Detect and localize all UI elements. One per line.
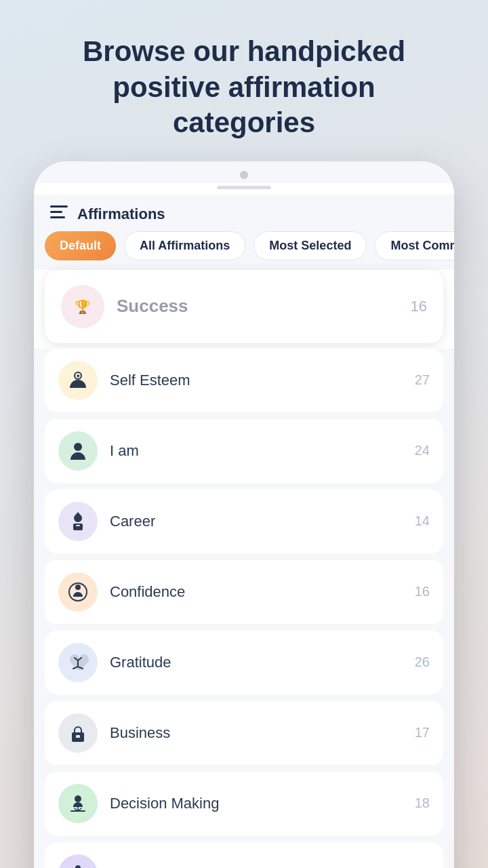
confidence-icon [58, 572, 98, 612]
svg-rect-9 [73, 524, 83, 530]
svg-rect-15 [76, 735, 80, 738]
svg-point-17 [75, 865, 81, 869]
exercise-label: Exercise [110, 865, 415, 869]
menu-icon[interactable] [50, 205, 68, 223]
gratitude-icon [58, 643, 98, 682]
filter-tab-default[interactable]: Default [45, 231, 116, 260]
app-title: Affirmations [77, 205, 165, 223]
svg-rect-0 [50, 205, 68, 208]
decision-making-count: 18 [415, 795, 430, 811]
page-header: Browse our handpicked positive affirmati… [0, 0, 488, 161]
business-label: Business [110, 724, 415, 742]
page-title: Browse our handpicked positive affirmati… [41, 34, 447, 141]
confidence-label: Confidence [110, 583, 415, 601]
success-icon-wrap: 🏆 [61, 285, 104, 328]
svg-text:✦: ✦ [75, 372, 81, 380]
svg-rect-11 [76, 525, 80, 526]
iam-icon [58, 431, 98, 471]
category-item-exercise[interactable]: Exercise 20 [45, 842, 443, 869]
decision-making-label: Decision Making [110, 795, 415, 812]
category-list: ✦ Self Esteem 27 I am 24 [34, 349, 454, 869]
exercise-icon [58, 854, 98, 869]
self-esteem-label: Self Esteem [110, 372, 415, 389]
featured-count: 16 [411, 298, 427, 315]
category-item-business[interactable]: Business 17 [45, 701, 443, 765]
svg-rect-1 [50, 211, 62, 213]
career-count: 14 [415, 513, 430, 529]
category-item-decision-making[interactable]: Decision Making 18 [45, 772, 443, 835]
self-esteem-icon: ✦ [58, 361, 98, 400]
filter-tab-all[interactable]: All Affirmations [124, 231, 245, 260]
confidence-count: 16 [415, 584, 430, 599]
career-icon [58, 502, 98, 541]
phone-handle [217, 186, 271, 189]
category-item-self-esteem[interactable]: ✦ Self Esteem 27 [45, 349, 443, 412]
iam-label: I am [110, 442, 415, 460]
category-item-gratitude[interactable]: Gratitude 26 [45, 631, 443, 694]
phone-camera [240, 171, 248, 179]
business-count: 17 [415, 725, 430, 741]
filter-tab-most-selected[interactable]: Most Selected [253, 231, 367, 260]
svg-point-8 [74, 443, 82, 451]
svg-point-13 [75, 585, 81, 590]
iam-count: 24 [415, 443, 430, 458]
filter-tabs: Default All Affirmations Most Selected M… [34, 231, 454, 270]
category-item-iam[interactable]: I am 24 [45, 419, 443, 483]
phone-mockup: Affirmations Default All Affirmations Mo… [34, 161, 454, 869]
svg-point-16 [75, 795, 81, 802]
category-item-career[interactable]: Career 14 [45, 490, 443, 553]
app-header: Affirmations [34, 195, 454, 231]
self-esteem-count: 27 [415, 372, 430, 388]
gratitude-label: Gratitude [110, 654, 415, 671]
gratitude-count: 26 [415, 654, 430, 670]
featured-card-success[interactable]: 🏆 Success 16 [45, 270, 443, 343]
phone-notch [34, 161, 454, 183]
decision-making-icon [58, 784, 98, 823]
career-label: Career [110, 513, 415, 530]
filter-tab-most-comments[interactable]: Most Comments [375, 231, 454, 260]
category-item-confidence[interactable]: Confidence 16 [45, 560, 443, 624]
svg-rect-2 [50, 216, 65, 218]
featured-name: Success [117, 296, 411, 317]
business-icon [58, 713, 98, 753]
svg-text:🏆: 🏆 [75, 298, 91, 314]
